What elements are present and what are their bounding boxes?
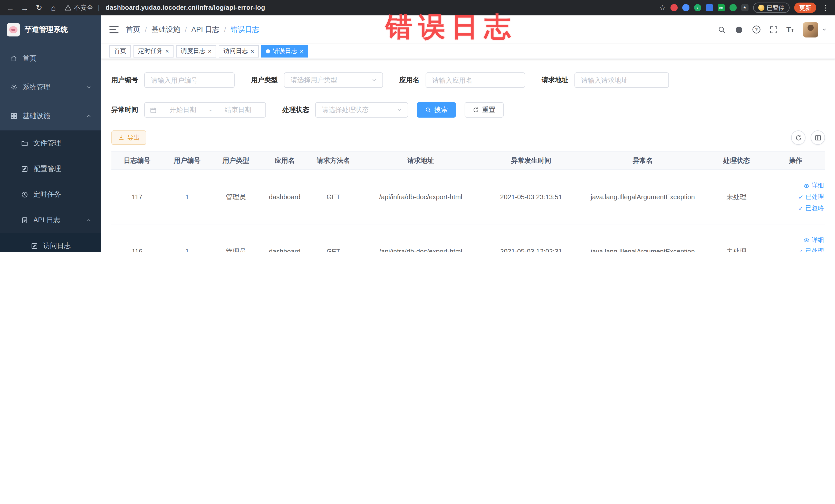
extension-icon-blue-grid[interactable] (706, 4, 713, 11)
security-chip[interactable]: 不安全 | (65, 3, 102, 12)
tab-home[interactable]: 首页 (109, 45, 131, 57)
fullscreen-icon[interactable] (769, 25, 777, 34)
forward-icon[interactable]: → (20, 3, 30, 12)
cell-id: 116 (111, 224, 163, 252)
cell-status: 未处理 (707, 170, 766, 224)
table-body: 1171管理员dashboardGET/api/infra/db-doc/exp… (111, 170, 825, 252)
cell-url: /api/infra/db-doc/export-html (358, 224, 484, 252)
close-icon[interactable]: × (208, 48, 211, 54)
breadcrumb-api-log[interactable]: API 日志 (191, 25, 220, 34)
extension-icon-on-badge[interactable]: on (717, 4, 725, 11)
chevron-up-icon (86, 113, 92, 119)
columns-icon (814, 134, 821, 141)
action-已忽略[interactable]: ✓已忽略 (798, 204, 824, 213)
back-icon[interactable]: ← (5, 3, 15, 12)
breadcrumb-infra[interactable]: 基础设施 (151, 25, 180, 34)
font-size-icon[interactable]: TT (786, 25, 794, 34)
sidebar: 芋道管理系统 首页系统管理基础设施文件管理配置管理定时任务API 日志访问日志错… (0, 15, 101, 252)
tab-job[interactable]: 定时任务× (134, 45, 174, 57)
sidebar-item-config[interactable]: 配置管理 (0, 156, 101, 182)
browser-menu-icon[interactable]: ⋮ (821, 4, 830, 12)
eye-icon (803, 237, 810, 243)
column-header: 日志编号 (111, 151, 163, 170)
extension-icon-red[interactable] (670, 4, 677, 11)
check-icon: ✓ (798, 205, 803, 212)
user-menu[interactable] (803, 22, 827, 37)
sidebar-item-label: 首页 (23, 54, 37, 63)
security-label: 不安全 (74, 3, 93, 12)
active-dot-icon (266, 49, 270, 53)
cell-user-type: 管理员 (211, 170, 260, 224)
column-header: 异常名 (578, 151, 707, 170)
user-type-select[interactable]: 请选择用户类型 (284, 73, 383, 88)
tab-job-log[interactable]: 调度日志× (176, 45, 216, 57)
cell-actions: 详细✓已处理✓已忽略 (766, 224, 825, 252)
url-text[interactable]: dashboard.yudao.iocoder.cn/infra/log/api… (106, 4, 265, 11)
action-detail[interactable]: 详细 (803, 236, 824, 244)
gear-icon (10, 84, 18, 91)
reset-button[interactable]: 重置 (465, 102, 504, 118)
column-header: 用户类型 (211, 151, 260, 170)
extension-icon-green-circle[interactable]: Y (694, 4, 701, 11)
action-detail[interactable]: 详细 (803, 181, 824, 190)
chip-separator: | (98, 4, 100, 11)
export-button[interactable]: 导出 (111, 130, 146, 145)
sidebar-item-system[interactable]: 系统管理 (0, 73, 101, 102)
edit-icon (21, 165, 28, 173)
cell-time: 2021-05-03 12:02:31 (484, 224, 578, 252)
sidebar-item-label: 定时任务 (33, 190, 61, 199)
breadcrumb-home[interactable]: 首页 (126, 25, 140, 34)
action-已处理[interactable]: ✓已处理 (798, 193, 824, 201)
sidebar-menu: 首页系统管理基础设施文件管理配置管理定时任务API 日志访问日志错误日志MySQ… (0, 44, 101, 252)
process-status-select[interactable]: 请选择处理状态 (315, 102, 408, 118)
exception-time-range-picker[interactable]: 开始日期 - 结束日期 (144, 102, 266, 118)
hamburger-icon[interactable] (109, 26, 119, 33)
tab-label: 首页 (114, 47, 126, 56)
app-name-input[interactable] (426, 73, 525, 88)
cell-app-name: dashboard (260, 224, 309, 252)
paused-pill-button[interactable]: 已暂停 (753, 3, 790, 13)
sidebar-item-home[interactable]: 首页 (0, 44, 101, 73)
request-url-input[interactable] (574, 73, 669, 88)
tab-label: 调度日志 (181, 47, 205, 56)
tab-access-log[interactable]: 访问日志× (219, 45, 259, 57)
extension-icon-paw[interactable] (729, 4, 736, 11)
cell-exception: java.lang.IllegalArgumentException (578, 224, 707, 252)
reload-icon[interactable]: ↻ (34, 3, 44, 12)
search-button[interactable]: 搜索 (417, 102, 456, 118)
close-icon[interactable]: × (300, 48, 303, 54)
refresh-icon (795, 134, 802, 141)
sidebar-item-infra[interactable]: 基础设施 (0, 102, 101, 130)
github-icon[interactable] (734, 25, 743, 34)
close-icon[interactable]: × (165, 48, 169, 54)
tab-label: 定时任务 (138, 47, 163, 56)
table-toolbar: 导出 (111, 130, 825, 145)
close-icon[interactable]: × (250, 48, 254, 54)
eye-icon (803, 183, 810, 189)
doc-icon (21, 217, 28, 224)
user-id-input[interactable] (144, 73, 235, 88)
home-icon[interactable]: ⌂ (48, 3, 59, 12)
action-已处理[interactable]: ✓已处理 (798, 247, 824, 252)
extension-icon-blue-drop[interactable] (682, 4, 689, 11)
filter-row-1: 用户编号 用户类型 请选择用户类型 应用名 请求地址 (111, 73, 825, 88)
app-logo[interactable]: 芋道管理系统 (0, 15, 101, 44)
column-settings-button[interactable] (811, 130, 825, 145)
refresh-table-button[interactable] (791, 130, 806, 145)
sidebar-item-job[interactable]: 定时任务 (0, 182, 101, 207)
bookmark-star-icon[interactable]: ☆ (659, 4, 666, 12)
browser-update-button[interactable]: 更新 (794, 3, 816, 13)
extension-icon-dark[interactable]: ★ (741, 4, 748, 11)
cell-id: 117 (111, 170, 163, 224)
paused-emoji-icon (758, 5, 764, 11)
column-header: 请求地址 (358, 151, 484, 170)
sidebar-item-file[interactable]: 文件管理 (0, 130, 101, 156)
sidebar-item-access-log[interactable]: 访问日志 (0, 233, 101, 252)
error-log-table: 日志编号用户编号用户类型应用名请求方法名请求地址异常发生时间异常名处理状态操作 … (111, 151, 825, 252)
svg-text:?: ? (755, 27, 757, 32)
tab-error-log[interactable]: 错误日志× (261, 45, 308, 57)
help-icon[interactable]: ? (752, 25, 760, 34)
check-icon: ✓ (798, 193, 803, 201)
search-icon[interactable] (717, 25, 726, 34)
sidebar-item-api-log[interactable]: API 日志 (0, 207, 101, 233)
